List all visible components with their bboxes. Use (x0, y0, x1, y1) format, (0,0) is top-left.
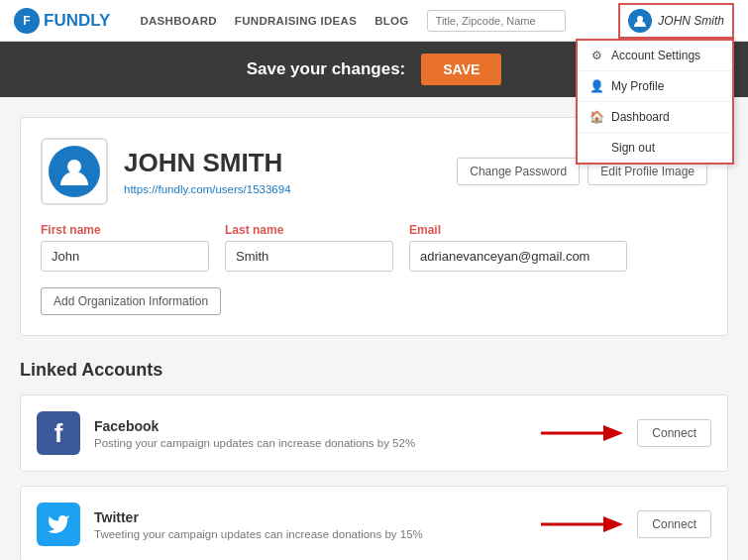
twitter-card: Twitter Tweeting your campaign updates c… (20, 486, 728, 560)
dropdown-dashboard-label: Dashboard (611, 110, 670, 124)
nav-links: DASHBOARD FUNDRAISING IDEAS BLOG (140, 15, 408, 27)
facebook-info: Facebook Posting your campaign updates c… (94, 418, 522, 449)
profile-avatar (41, 138, 108, 205)
email-group: Email (409, 223, 627, 272)
last-name-label: Last name (225, 223, 393, 237)
main-content: JOHN SMITH https://fundly.com/users/1533… (0, 97, 748, 560)
dropdown-sign-out-label: Sign out (611, 141, 655, 155)
svg-marker-5 (603, 516, 623, 532)
navbar: F FUNDLY DASHBOARD FUNDRAISING IDEAS BLO… (0, 0, 748, 42)
logo-icon: F (14, 8, 40, 34)
profile-form: First name Last name Email (41, 223, 707, 272)
facebook-name: Facebook (94, 418, 522, 434)
dropdown-menu: ⚙ Account Settings 👤 My Profile 🏠 Dashbo… (576, 39, 734, 165)
change-password-button[interactable]: Change Password (457, 158, 580, 185)
first-name-input[interactable] (41, 241, 209, 272)
dropdown-item-my-profile[interactable]: 👤 My Profile (578, 71, 732, 102)
profile-url[interactable]: https://fundly.com/users/1533694 (124, 183, 291, 195)
navbar-username: JOHN Smith (658, 14, 724, 28)
dropdown-item-sign-out[interactable]: Sign out (578, 133, 732, 163)
twitter-actions: Connect (536, 506, 711, 542)
gear-icon: ⚙ (589, 49, 603, 62)
profile-name: JOHN SMITH (124, 148, 457, 178)
dropdown-item-account-settings[interactable]: ⚙ Account Settings (578, 41, 732, 71)
dropdown-account-settings-label: Account Settings (611, 49, 700, 62)
linked-accounts-section: Linked Accounts f Facebook Posting your … (20, 360, 728, 560)
facebook-description: Posting your campaign updates can increa… (94, 437, 522, 449)
user-menu-trigger[interactable]: JOHN Smith (618, 3, 734, 39)
twitter-info: Twitter Tweeting your campaign updates c… (94, 509, 522, 540)
logo[interactable]: F FUNDLY (14, 8, 110, 34)
email-label: Email (409, 223, 627, 237)
facebook-icon: f (37, 411, 80, 455)
twitter-icon (37, 503, 80, 546)
twitter-arrow-icon (536, 506, 625, 542)
first-name-group: First name (41, 223, 209, 272)
twitter-connect-button[interactable]: Connect (637, 510, 711, 538)
logo-text: FUNDLY (44, 11, 110, 31)
user-menu-container: JOHN Smith ⚙ Account Settings 👤 My Profi… (618, 3, 734, 39)
last-name-group: Last name (225, 223, 393, 272)
save-bar-text: Save your changes: (247, 59, 406, 79)
dropdown-item-dashboard[interactable]: 🏠 Dashboard (578, 102, 732, 133)
email-input[interactable] (409, 241, 627, 272)
nav-blog[interactable]: BLOG (374, 15, 408, 27)
profile-avatar-icon (49, 146, 100, 197)
facebook-card: f Facebook Posting your campaign updates… (20, 394, 728, 472)
last-name-input[interactable] (225, 241, 393, 272)
add-organization-button[interactable]: Add Organization Information (41, 287, 221, 315)
facebook-actions: Connect (536, 415, 711, 451)
facebook-connect-button[interactable]: Connect (637, 419, 711, 447)
svg-point-1 (67, 160, 81, 173)
navbar-avatar (628, 9, 652, 33)
dropdown-my-profile-label: My Profile (611, 79, 664, 93)
facebook-arrow-icon (536, 415, 625, 451)
twitter-name: Twitter (94, 509, 522, 525)
house-icon: 🏠 (589, 110, 603, 124)
nav-fundraising[interactable]: FUNDRAISING IDEAS (235, 15, 357, 27)
save-button[interactable]: SAVE (421, 54, 501, 85)
twitter-description: Tweeting your campaign updates can incre… (94, 528, 522, 540)
search-input[interactable] (427, 10, 566, 32)
person-icon: 👤 (589, 79, 603, 93)
nav-dashboard[interactable]: DASHBOARD (140, 15, 216, 27)
svg-marker-3 (603, 425, 623, 441)
first-name-label: First name (41, 223, 209, 237)
linked-accounts-title: Linked Accounts (20, 360, 728, 381)
profile-name-block: JOHN SMITH https://fundly.com/users/1533… (124, 148, 457, 196)
signout-icon (589, 141, 603, 155)
